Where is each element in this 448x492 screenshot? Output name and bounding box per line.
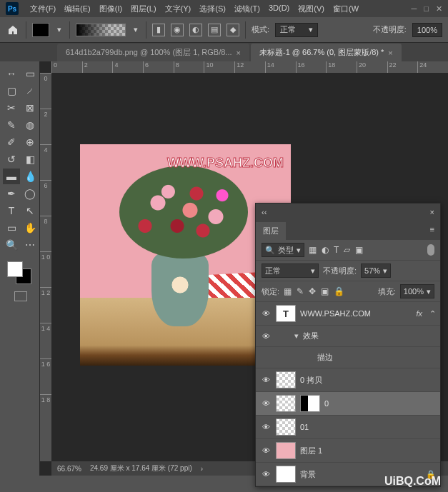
panel-header[interactable]: ‹‹ × [256,204,440,221]
type-tool[interactable]: T [3,203,20,219]
layer-row[interactable]: 👁图层 1 [256,439,440,463]
lock-artboard-icon[interactable]: ▣ [321,286,329,296]
color-swatches[interactable] [3,260,39,286]
blend-mode-select[interactable]: 正常 ▾ [275,23,318,37]
gradient-type-linear[interactable]: ▮ [152,24,165,36]
menu-view[interactable]: 视图(V) [295,2,327,16]
layer-row[interactable]: 👁0 拷贝 [256,368,440,392]
blur-tool[interactable]: 💧 [21,169,39,184]
gradient-type-angle[interactable]: ◐ [189,24,202,36]
visibility-icon[interactable]: 👁 [260,399,272,408]
clone-tool[interactable]: ⊕ [21,134,39,150]
eraser-tool[interactable]: ◧ [21,151,39,167]
fill-input[interactable]: 100% ▾ [400,284,434,298]
collapse-icon[interactable]: ‹‹ [262,208,267,216]
visibility-icon[interactable]: 👁 [260,470,272,478]
visibility-icon[interactable]: 👁 [260,423,272,431]
menu-layer[interactable]: 图层(L) [128,2,159,16]
visibility-icon[interactable]: 👁 [260,376,272,384]
home-icon[interactable] [6,23,20,37]
shape-tool[interactable]: ▭ [3,220,20,236]
lasso-tool[interactable]: ⟋ [21,83,39,99]
filter-adjust-icon[interactable]: ◐ [322,245,329,255]
layer-row[interactable]: 👁TWWW.PSAHZ.COMfx⌃ [256,302,440,326]
maximize-icon[interactable]: □ [424,4,429,14]
menu-edit[interactable]: 编辑(E) [61,2,94,16]
fx-badge[interactable]: fx [416,309,422,318]
panel-title-tab[interactable]: 图层 [256,222,286,240]
lock-paint-icon[interactable]: ✎ [297,286,304,296]
tab-close-icon[interactable]: × [388,49,392,57]
edit-toolbar[interactable]: ⋯ [21,237,39,253]
layer-name[interactable]: WWW.PSAHZ.COM [300,309,412,318]
brush-tool[interactable]: ✐ [3,134,20,150]
filter-shape-icon[interactable]: ▱ [344,245,350,255]
gradient-type-reflected[interactable]: ▤ [208,24,221,36]
layer-row[interactable]: 👁01 [256,416,440,439]
layer-name[interactable]: 0 拷贝 [300,375,436,386]
filter-smart-icon[interactable]: ▣ [355,245,363,255]
layer-name[interactable]: 0 [324,399,436,408]
menu-file[interactable]: 文件(F) [27,2,59,16]
frame-tool[interactable]: ⊠ [21,100,39,116]
tab-close-icon[interactable]: × [237,49,241,57]
layer-row[interactable]: 描边 [256,347,440,368]
foreground-swatch[interactable] [32,23,49,37]
tab-active[interactable]: 未标题-1 @ 66.7% (0, 图层蒙版/8) * × [251,44,402,61]
layer-name[interactable]: 效果 [303,331,436,341]
filter-pixel-icon[interactable]: ▦ [309,245,317,255]
filter-type-select[interactable]: 🔍 类型 ▾ [262,243,304,257]
chevron-icon[interactable]: ▾ [294,331,299,341]
blend-mode-select[interactable]: 正常▾ [262,263,319,278]
gradient-dropdown-icon[interactable]: ▾ [131,23,140,37]
filter-toggle[interactable] [427,244,434,256]
gradient-type-radial[interactable]: ◉ [171,24,184,36]
dodge-tool[interactable]: ◯ [21,186,39,201]
opacity-input[interactable]: 57% ▾ [361,263,391,278]
panel-menu-icon[interactable]: ≡ [424,222,440,236]
minimize-icon[interactable]: ─ [412,4,417,14]
visibility-icon[interactable]: 👁 [260,309,272,318]
menu-window[interactable]: 窗口(W [330,2,362,16]
eyedropper-tool[interactable]: ✎ [3,117,20,133]
layer-name[interactable]: 图层 1 [300,446,436,456]
menu-select[interactable]: 选择(S) [196,2,229,16]
gradient-tool[interactable]: ▬ [3,169,20,184]
lock-position-icon[interactable]: ✥ [309,286,316,296]
path-select-tool[interactable]: ↖ [21,203,39,219]
history-brush-tool[interactable]: ↺ [3,151,20,167]
foreground-color[interactable] [7,261,23,277]
tab-inactive[interactable]: 614d1b2a799db.png @ 100% (图层 1, RGB/8...… [57,44,249,61]
crop-tool[interactable]: ✂ [3,100,20,116]
menu-3d[interactable]: 3D(D) [266,2,292,16]
visibility-icon[interactable]: 👁 [260,332,272,341]
close-icon[interactable]: ✕ [436,4,442,14]
quickmask-icon[interactable] [14,291,27,301]
chevron-right-icon[interactable]: › [201,465,203,473]
layer-row[interactable]: 👁▾效果 [256,326,440,347]
gradient-preview[interactable] [76,24,126,36]
layer-name[interactable]: 描边 [317,352,436,363]
close-panel-icon[interactable]: × [430,208,434,216]
move-tool[interactable]: ↔ [3,66,20,81]
hand-tool[interactable]: ✋ [21,220,39,236]
lock-all-icon[interactable]: 🔒 [334,286,344,296]
marquee-tool[interactable]: ▢ [3,83,20,99]
artboard-tool[interactable]: ▭ [21,66,39,81]
swatch-dropdown-icon[interactable]: ▾ [55,23,64,37]
layer-name[interactable]: 01 [300,423,436,431]
chevron-icon[interactable]: ⌃ [429,309,436,318]
layer-row[interactable]: 👁0 [256,392,440,416]
pen-tool[interactable]: ✒ [3,186,20,201]
filter-type-icon[interactable]: T [334,245,339,255]
menu-filter[interactable]: 滤镜(T) [232,2,263,16]
opacity-input[interactable]: 100% [412,23,442,37]
menu-type[interactable]: 文字(Y) [162,2,194,16]
zoom-tool[interactable]: 🔍 [3,237,20,253]
zoom-level[interactable]: 66.67% [57,465,81,473]
layer-mask-thumb[interactable] [300,395,320,412]
lock-transparent-icon[interactable]: ▦ [284,286,292,296]
patch-tool[interactable]: ◍ [21,117,39,133]
menu-image[interactable]: 图像(I) [96,2,125,16]
gradient-type-diamond[interactable]: ◆ [227,24,239,36]
